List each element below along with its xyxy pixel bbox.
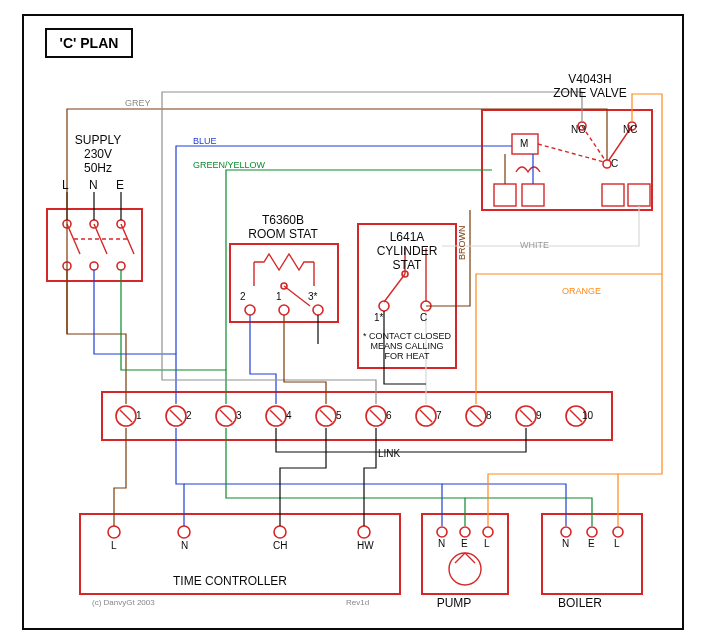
svg-line-27 — [284, 286, 310, 306]
svg-point-30 — [313, 305, 323, 315]
cs-note: * CONTACT CLOSEDMEANS CALLINGFOR HEAT — [362, 332, 452, 362]
wl-brown: BROWN — [457, 226, 467, 261]
rs-pin-1: 1 — [276, 291, 282, 302]
timectrl-label: TIME CONTROLLER — [150, 574, 310, 588]
t6: 6 — [386, 410, 392, 421]
t7: 7 — [436, 410, 442, 421]
wl-blue: BLUE — [193, 136, 217, 146]
svg-point-67 — [483, 527, 493, 537]
svg-point-68 — [449, 553, 481, 585]
svg-line-35 — [384, 274, 405, 302]
room-stat-label: T6360BROOM STAT — [238, 213, 328, 241]
boiler-l: L — [614, 538, 620, 549]
svg-rect-19 — [494, 184, 516, 206]
cyl-stat-label: L641ACYLINDERSTAT — [362, 230, 452, 272]
t4: 4 — [286, 410, 292, 421]
svg-point-5 — [90, 262, 98, 270]
t1: 1 — [136, 410, 142, 421]
wl-white: WHITE — [520, 240, 549, 250]
zone-c: C — [611, 158, 618, 169]
boiler-n: N — [562, 538, 569, 549]
svg-line-9 — [121, 224, 134, 254]
zone-nc: NC — [623, 124, 637, 135]
svg-point-15 — [603, 160, 611, 168]
svg-point-72 — [613, 527, 623, 537]
pump-n: N — [438, 538, 445, 549]
wl-orange: ORANGE — [562, 286, 601, 296]
rev: Rev1d — [346, 598, 369, 607]
svg-line-18 — [538, 144, 604, 162]
supply-label: SUPPLY 230V 50Hz — [63, 133, 133, 175]
svg-point-63 — [358, 526, 370, 538]
pump-e: E — [461, 538, 468, 549]
tc-ch: CH — [273, 540, 287, 551]
supply-pin-e: E — [116, 178, 124, 192]
wl-gy: GREEN/YELLOW — [193, 160, 265, 170]
boiler-e: E — [588, 538, 595, 549]
t9: 9 — [536, 410, 542, 421]
svg-point-62 — [274, 526, 286, 538]
svg-rect-21 — [602, 184, 624, 206]
zone-no: NO — [571, 124, 586, 135]
svg-line-3 — [67, 224, 80, 254]
svg-rect-20 — [522, 184, 544, 206]
tc-hw: HW — [357, 540, 374, 551]
svg-point-61 — [178, 526, 190, 538]
wl-grey: GREY — [125, 98, 151, 108]
supply-pin-n: N — [89, 178, 98, 192]
zone-m: M — [520, 138, 528, 149]
svg-point-71 — [587, 527, 597, 537]
boiler-label: BOILER — [548, 596, 612, 610]
t5: 5 — [336, 410, 342, 421]
t3: 3 — [236, 410, 242, 421]
supply-pin-l: L — [62, 178, 69, 192]
rs-pin-2: 2 — [240, 291, 246, 302]
svg-point-66 — [460, 527, 470, 537]
cs-pin-c: C — [420, 312, 427, 323]
zone-valve-label: V4043HZONE VALVE — [545, 72, 635, 100]
copyright: (c) DanvyGt 2003 — [92, 598, 155, 607]
cs-pin-1: 1* — [374, 312, 383, 323]
pump-l: L — [484, 538, 490, 549]
tc-l: L — [111, 540, 117, 551]
svg-point-65 — [437, 527, 447, 537]
tc-n: N — [181, 540, 188, 551]
svg-point-70 — [561, 527, 571, 537]
svg-point-28 — [245, 305, 255, 315]
link-label: LINK — [378, 448, 400, 459]
svg-point-32 — [379, 301, 389, 311]
svg-point-60 — [108, 526, 120, 538]
svg-point-29 — [279, 305, 289, 315]
t10: 10 — [582, 410, 593, 421]
rs-pin-3: 3* — [308, 291, 317, 302]
room-stat-block — [230, 244, 338, 322]
t2: 2 — [186, 410, 192, 421]
wiring-diagram — [22, 14, 680, 626]
t8: 8 — [486, 410, 492, 421]
pump-label: PUMP — [422, 596, 486, 610]
svg-rect-22 — [628, 184, 650, 206]
svg-point-8 — [117, 262, 125, 270]
